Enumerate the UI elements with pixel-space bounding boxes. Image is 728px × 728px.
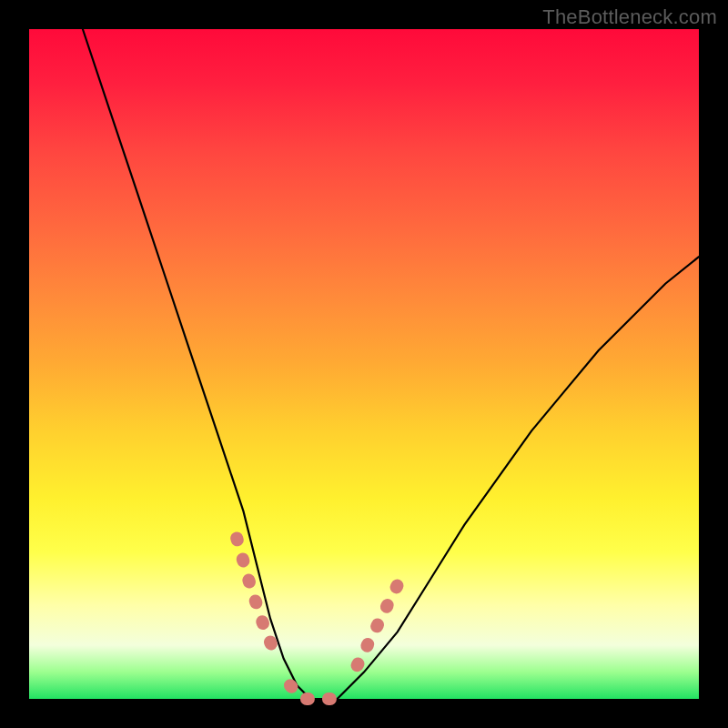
right-dip-marker [358, 585, 398, 665]
curve-svg [29, 29, 699, 699]
chart-frame: TheBottleneck.com [0, 0, 728, 728]
bottleneck-curve [83, 29, 699, 699]
watermark-text: TheBottleneck.com [542, 5, 717, 29]
left-dip-marker [237, 538, 277, 658]
plot-area [29, 29, 699, 699]
